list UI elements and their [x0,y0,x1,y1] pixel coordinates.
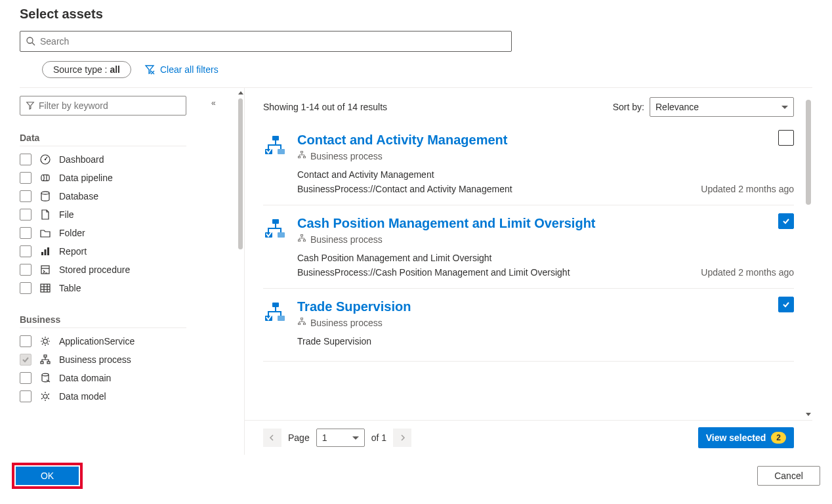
dashboard-icon [39,154,51,165]
result-description: Trade Supervision [297,336,794,346]
facet-item-folder[interactable]: Folder [20,224,231,242]
svg-point-7 [47,175,49,181]
svg-rect-24 [47,362,50,364]
datadomain-icon [39,372,51,384]
checkbox[interactable] [20,372,31,384]
right-scrollbar[interactable] [804,94,812,416]
business-process-small-icon [297,234,306,245]
facet-item-datadomain[interactable]: Data domain [20,369,231,387]
cancel-button[interactable]: Cancel [757,466,820,486]
datamodel-icon [39,390,51,402]
svg-rect-16 [41,284,50,292]
appservice-icon [39,335,51,347]
facet-label: ApplicationService [59,336,135,346]
source-type-filter[interactable]: Source type : all [42,61,131,78]
ok-button[interactable]: OK [16,467,79,485]
facet-label: Data pipeline [59,173,113,183]
result-checkbox[interactable] [778,213,794,229]
svg-rect-42 [301,318,302,320]
result-item: Cash Position Management and Limit Overs… [263,205,794,289]
next-page-button[interactable] [393,429,411,447]
search-bar[interactable] [20,31,512,52]
facet-label: Data domain [59,373,111,383]
result-type-label: Business process [310,151,383,161]
facet-item-pipeline[interactable]: Data pipeline [20,169,231,187]
result-title[interactable]: Cash Position Management and Limit Overs… [297,216,794,231]
filter-keyword-box[interactable] [20,96,186,116]
facet-item-database[interactable]: Database [20,187,231,205]
source-type-value: all [110,64,120,75]
facet-item-file[interactable]: File [20,205,231,224]
search-input[interactable] [36,36,506,47]
result-type: Business process [297,234,794,245]
facet-item-bizprocess[interactable]: Business process [20,350,231,369]
left-scrollbar[interactable] [236,88,244,455]
facet-label: Data model [59,391,106,402]
facet-panel: « Data Dashboard Data pipeline Database … [20,88,244,455]
result-uri: BusinessProcess://Contact and Activity M… [297,184,512,194]
pagination-bar: Page 1 of 1 View selected 2 [245,420,812,455]
prev-page-button[interactable] [263,429,281,447]
svg-rect-31 [299,156,301,158]
svg-rect-37 [299,240,301,241]
facet-group-business: Business [20,314,186,328]
result-checkbox[interactable] [778,297,794,312]
business-process-icon [263,133,287,194]
svg-rect-22 [44,355,47,357]
svg-point-0 [27,37,33,43]
page-select[interactable]: 1 [316,429,365,447]
source-type-label: Source type : [53,64,108,75]
checkbox[interactable] [20,390,31,402]
checkbox[interactable] [20,354,31,366]
chevron-down-icon [781,106,788,109]
result-item: Trade Supervision Business process Trade… [263,289,794,362]
page-of-label: of 1 [371,432,386,443]
pipeline-icon [39,172,51,184]
filter-keyword-input[interactable] [35,100,180,111]
svg-rect-30 [301,152,302,153]
collapse-panel-icon[interactable]: « [211,98,216,108]
result-title[interactable]: Contact and Activity Management [297,133,794,148]
facet-label: Folder [59,228,85,238]
checkbox[interactable] [20,227,31,239]
results-list[interactable]: Contact and Activity Management Business… [245,122,812,420]
filter-icon [26,101,35,110]
svg-point-5 [45,159,46,160]
result-checkbox[interactable] [778,130,794,146]
checkbox[interactable] [20,264,31,276]
chevron-left-icon [269,434,276,441]
table-icon [39,282,51,294]
result-updated: Updated 2 months ago [701,267,794,278]
facet-item-report[interactable]: Report [20,242,231,261]
facet-item-sproc[interactable]: Stored procedure [20,261,231,279]
business-process-icon [263,299,287,350]
sort-select[interactable]: Relevance [650,97,794,117]
result-uri: BusinessProcess://Cash Position Manageme… [297,267,570,278]
checkbox[interactable] [20,154,31,165]
facet-item-dashboard[interactable]: Dashboard [20,150,231,169]
facet-item-appservice[interactable]: ApplicationService [20,332,231,350]
checkbox[interactable] [20,190,31,202]
view-selected-button[interactable]: View selected 2 [698,427,794,448]
svg-point-26 [43,394,47,398]
facet-label: Stored procedure [59,264,130,275]
facet-item-table[interactable]: Table [20,279,231,297]
result-title[interactable]: Trade Supervision [297,299,794,314]
facet-label: Database [59,191,98,201]
checkbox[interactable] [20,335,31,347]
svg-point-10 [41,192,49,194]
clear-all-filters[interactable]: Clear all filters [144,64,218,75]
facet-label: Table [59,283,81,293]
checkbox[interactable] [20,172,31,184]
svg-rect-11 [41,252,43,255]
business-process-small-icon [297,150,306,161]
svg-rect-14 [41,266,49,274]
database-icon [39,190,51,202]
checkbox[interactable] [20,282,31,294]
svg-rect-36 [301,235,302,236]
checkbox[interactable] [20,209,31,220]
facet-item-datamodel[interactable]: Data model [20,387,231,406]
checkbox[interactable] [20,245,31,257]
svg-rect-27 [272,136,279,140]
selected-count-badge: 2 [771,432,786,444]
